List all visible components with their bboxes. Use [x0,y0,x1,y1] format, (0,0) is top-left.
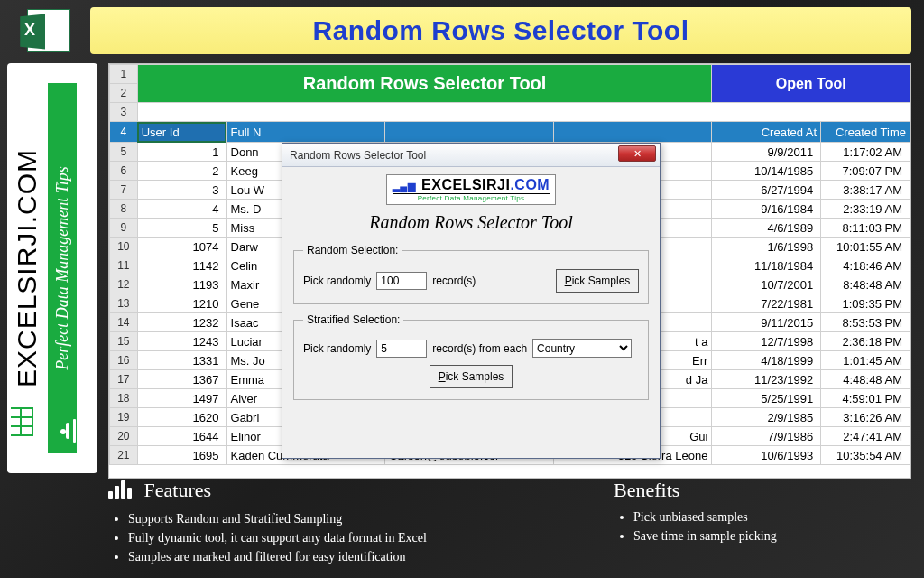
cell-id[interactable]: 1367 [137,370,226,389]
benefits-title: Benefits [614,479,902,502]
cell-date[interactable]: 11/18/1984 [712,256,821,275]
row-number: 11 [110,256,138,275]
cell-time[interactable]: 4:18:46 AM [821,256,910,275]
col-header-blank2[interactable] [553,122,712,143]
row-number: 2 [110,84,138,103]
banner-title: Random Rows Selector Tool [313,15,689,46]
cell-date[interactable]: 4/6/1989 [712,219,821,238]
random-prefix-label: Pick randomly [303,275,371,287]
dialog-titlebar[interactable]: Random Rows Selector Tool ✕ [282,144,660,167]
stratified-pick-samples-button[interactable]: Pick Samples [430,365,513,388]
benefit-item: Pick unbiased samples [633,508,902,527]
svg-text:Perfect Data Management Tips: Perfect Data Management Tips [53,166,71,370]
cell-id[interactable]: 1695 [137,446,226,465]
col-header-created-at[interactable]: Created At [712,122,821,143]
cell-date[interactable]: 9/16/1984 [712,200,821,219]
cell-time[interactable]: 3:16:26 AM [821,408,910,427]
cell-date[interactable]: 4/18/1999 [712,351,821,370]
col-header-created-time[interactable]: Created Time [821,122,910,143]
cell-time[interactable]: 1:09:35 PM [821,294,910,313]
col-header-user-id[interactable]: User Id [137,122,226,143]
stratified-count-input[interactable] [376,340,427,358]
cell-time[interactable]: 1:01:45 AM [821,351,910,370]
btn-text: ick Samples [572,275,631,287]
cell-id[interactable]: 1644 [137,427,226,446]
random-count-input[interactable] [376,272,427,290]
cell-id[interactable]: 1074 [137,238,226,256]
cell-time[interactable]: 2:36:18 PM [821,332,910,351]
cell-id[interactable]: 2 [137,162,226,181]
row-number: 1 [110,65,138,84]
cell-date[interactable]: 7/22/1981 [712,294,821,313]
row-number: 6 [110,162,138,181]
row-number: 8 [110,200,138,219]
col-header-full-name[interactable]: Full N [226,122,385,143]
cell-time[interactable]: 8:48:48 AM [821,275,910,294]
row-number: 16 [110,351,138,370]
cell-time[interactable]: 3:38:17 AM [821,181,910,200]
cell-time[interactable]: 4:59:01 PM [821,389,910,408]
stratified-prefix-label: Pick randomly [303,342,371,355]
random-legend: Random Selection: [303,244,402,256]
cell-date[interactable]: 11/23/1992 [712,370,821,389]
cell-time[interactable]: 2:33:19 AM [821,200,910,219]
row-number: 7 [110,181,138,200]
feature-item: Fully dynamic tool, it can support any d… [128,528,596,547]
row-number: 20 [110,427,138,446]
cell-id[interactable]: 1142 [137,256,226,275]
cell-date[interactable]: 7/9/1986 [712,427,821,446]
cell-time[interactable]: 8:11:03 PM [821,219,910,238]
cell-date[interactable]: 12/7/1998 [712,332,821,351]
cell-date[interactable]: 10/7/2001 [712,275,821,294]
sidebar-logo-panel: EXCELSIRJI.COM Perfect Data Management T… [7,63,97,473]
cell-id[interactable]: 1620 [137,408,226,427]
cell-time[interactable]: 2:47:41 AM [821,427,910,446]
brand-suffix: .COM [510,177,550,192]
cell-date[interactable]: 10/6/1993 [712,446,821,465]
cell-time[interactable]: 1:17:02 AM [821,143,910,162]
cell-date[interactable]: 9/11/2015 [712,313,821,332]
cell-time[interactable]: 8:53:53 PM [821,313,910,332]
dialog-close-button[interactable]: ✕ [618,145,656,162]
cell-date[interactable]: 5/25/1991 [712,389,821,408]
bars-icon [108,480,134,504]
cell-time[interactable]: 10:01:55 AM [821,238,910,256]
random-rows-dialog: Random Rows Selector Tool ✕ ▂▄▆ EXCELSIR… [282,143,661,459]
sheet-title: Random Rows Selector Tool [137,65,712,103]
cell-time[interactable]: 10:35:54 AM [821,446,910,465]
cell-date[interactable]: 2/9/1985 [712,408,821,427]
cell-id[interactable]: 1193 [137,275,226,294]
cell-date[interactable]: 1/6/1998 [712,238,821,256]
col-header-blank1[interactable] [385,122,554,143]
cell-id[interactable]: 3 [137,181,226,200]
cell-date[interactable]: 6/27/1994 [712,181,821,200]
row-number: 13 [110,294,138,313]
cell-id[interactable]: 4 [137,200,226,219]
features-title: Features [144,479,212,501]
cell-id[interactable]: 1243 [137,332,226,351]
dialog-subtitle: Random Rows Selector Tool [293,212,649,233]
cell-id[interactable]: 1 [137,143,226,162]
dialog-brand-logo: ▂▄▆ EXCELSIRJI.COM Perfect Data Manageme… [293,174,649,205]
cell-time[interactable]: 4:48:48 AM [821,370,910,389]
stratified-legend: Stratified Selection: [303,313,403,326]
random-pick-samples-button[interactable]: Pick Samples [556,269,639,293]
cell-id[interactable]: 1210 [137,294,226,313]
top-banner: Random Rows Selector Tool [90,7,911,54]
cell-id[interactable]: 1331 [137,351,226,370]
row-number: 19 [110,408,138,427]
open-tool-button[interactable]: Open Tool [712,65,910,103]
benefits-section: Benefits Pick unbiased samples Save time… [614,479,902,545]
cell-id[interactable]: 5 [137,219,226,238]
stratified-column-dropdown[interactable]: Country [532,339,632,358]
svg-rect-8 [66,423,69,439]
cell-date[interactable]: 9/9/2011 [712,143,821,162]
cell-date[interactable]: 10/14/1985 [712,162,821,181]
row-number: 5 [110,143,138,162]
cell-time[interactable]: 7:09:07 PM [821,162,910,181]
row-number: 3 [110,103,138,122]
cell-id[interactable]: 1497 [137,389,226,408]
row-number: 10 [110,238,138,256]
close-icon: ✕ [633,148,642,160]
cell-id[interactable]: 1232 [137,313,226,332]
